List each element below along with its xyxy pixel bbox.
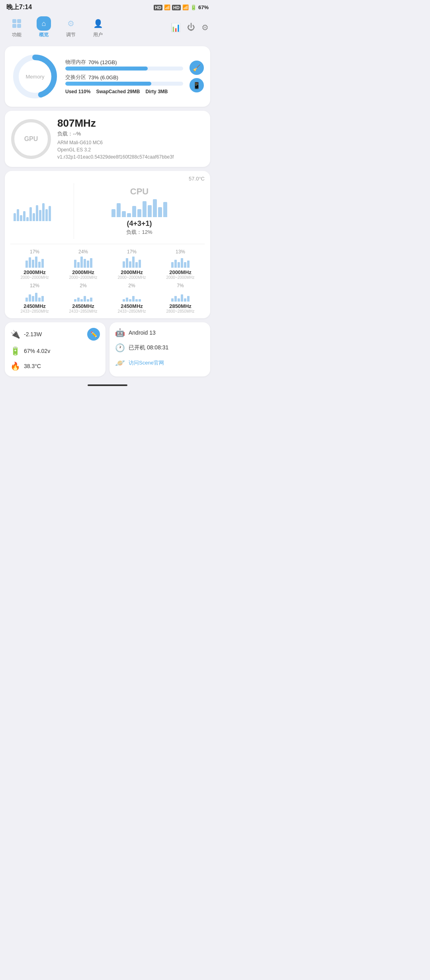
core-6-freq: 2450MHz [121, 303, 143, 309]
network-hd1-icon: HD [154, 5, 162, 10]
settings-icon[interactable]: ⚙ [201, 23, 209, 32]
swap-label: 交换分区 [65, 74, 86, 81]
clean-memory-button[interactable]: 🧹 [190, 61, 204, 75]
physical-bar-wrap [65, 67, 183, 71]
dirty-stat: Dirty 3MB [145, 89, 168, 94]
link-row[interactable]: 🪐 访问Scene官网 [115, 358, 205, 368]
cpu-bar-2 [117, 203, 121, 217]
core-0-pct: 17% [30, 249, 39, 255]
memory-info-button[interactable]: 📱 [190, 78, 204, 92]
gpu-card: GPU 807MHz 负载：--% ARM Mali-G610 MC6 Open… [5, 111, 210, 167]
cpu-bar-1 [111, 209, 115, 217]
cpu-bars-visual [111, 199, 167, 217]
core-1-pct: 24% [78, 249, 88, 255]
core-6-range: 2433~2850MHz [118, 309, 146, 314]
swapcached-stat: SwapCached 29MB [96, 89, 140, 94]
right-info-card: 🤖 Android 13 🕐 已开机 08:08:31 🪐 访问Scene官网 [109, 322, 210, 376]
swap-bar-wrap [65, 82, 183, 86]
gpu-api: OpenGL ES 3.2 [57, 146, 204, 153]
cpu-bar-6 [137, 209, 141, 217]
core-4: 12% 2450MHz 2433~2850MHz [12, 283, 57, 314]
memory-action-btns: 🧹 📱 [190, 61, 204, 92]
swap-value: 73% (6.0GB) [88, 74, 118, 80]
bottom-home-bar [0, 380, 215, 389]
core-7: 7% 2850MHz 2800~2850MHz [158, 283, 203, 314]
website-link[interactable]: 访问Scene官网 [129, 359, 164, 367]
core-5-bars [74, 290, 92, 302]
tab-overview-label: 概览 [39, 31, 49, 38]
core-4-bars [25, 290, 44, 302]
core-0-bars [25, 256, 44, 268]
nav-tabs: 功能 ⌂ 概览 ⚙ 调节 👤 用户 [3, 15, 111, 40]
tab-overview[interactable]: ⌂ 概览 [30, 15, 57, 40]
cards-container: Memory 物理内存 70% (12GB) 交换分区 73% (6.0GB) … [0, 43, 215, 380]
network-hd2-icon: HD [172, 5, 181, 10]
gpu-version: v1.r32p1-01eac0.54329dee8f160f288c574caa… [57, 153, 204, 161]
core-1-range: 2000~2000MHz [69, 275, 98, 280]
battery-percent: 67% [198, 4, 209, 10]
chart-icon[interactable]: 📊 [171, 23, 181, 32]
physical-value: 70% (12GB) [88, 59, 117, 65]
cpu-bar-11 [163, 202, 167, 217]
power-usage-icon: 🔌 [10, 329, 20, 339]
signal2-icon: 📶 [182, 4, 189, 10]
memory-info: 物理内存 70% (12GB) 交换分区 73% (6.0GB) Used 11… [65, 59, 183, 94]
temp-value: 38.3°C [24, 363, 41, 369]
swap-bar-fill [65, 82, 151, 86]
android-icon: 🤖 [115, 328, 125, 337]
home-indicator[interactable] [88, 384, 127, 386]
cpu-load: 负载：12% [126, 229, 152, 236]
core-0-range: 2000~2000MHz [21, 275, 49, 280]
core-3-range: 2000~2000MHz [166, 275, 195, 280]
power-row: 🔌 -2.13W ✏️ [10, 328, 100, 341]
status-time: 晚上7:14 [6, 3, 32, 12]
core-3-bars [171, 256, 190, 268]
bottom-row: 🔌 -2.13W ✏️ 🔋 67% 4.02v 🔥 38.3°C 🤖 Andro… [5, 322, 210, 376]
core-4-freq: 2450MHz [23, 303, 46, 309]
tab-tune[interactable]: ⚙ 调节 [57, 15, 84, 40]
status-icons: HD 📶 HD 📶 🔋 67% [154, 4, 209, 10]
core-5-pct: 2% [80, 283, 86, 288]
tab-tune-label: 调节 [66, 31, 76, 38]
home-icon: ⌂ [42, 20, 46, 28]
core-2-range: 2000~2000MHz [118, 275, 146, 280]
nav-bar: 功能 ⌂ 概览 ⚙ 调节 👤 用户 📊 ⏻ ⚙ [0, 13, 215, 43]
core-2-pct: 17% [127, 249, 137, 255]
tab-func-icon [10, 16, 24, 31]
cpu-cores-grid: 17% 2000MHz 2000~2000MHz 24% [10, 249, 205, 314]
tune-icon: ⚙ [67, 19, 74, 28]
memory-donut: Memory [11, 53, 59, 100]
gpu-load: 负载：--% [57, 130, 204, 137]
core-1-freq: 2000MHz [72, 269, 94, 275]
core-5-freq: 2450MHz [72, 303, 94, 309]
gpu-model: ARM Mali-G610 MC6 [57, 139, 204, 146]
core-7-freq: 2850MHz [169, 303, 192, 309]
nav-actions: 📊 ⏻ ⚙ [171, 23, 212, 32]
cpu-bar-4 [127, 213, 131, 217]
power-icon[interactable]: ⏻ [187, 23, 195, 32]
cpu-bar-9 [153, 199, 157, 217]
battery-status-icon: 🔋 [10, 346, 20, 356]
edit-power-button[interactable]: ✏️ [87, 328, 100, 341]
battery-icon: 🔋 [190, 4, 197, 10]
cpu-bar-7 [143, 201, 147, 217]
core-3-freq: 2000MHz [169, 269, 192, 275]
os-value: Android 13 [129, 329, 156, 336]
os-row: 🤖 Android 13 [115, 328, 205, 337]
status-bar: 晚上7:14 HD 📶 HD 📶 🔋 67% [0, 0, 215, 13]
gpu-label: GPU [24, 135, 38, 143]
tab-tune-icon-wrap: ⚙ [64, 16, 78, 31]
tab-func[interactable]: 功能 [3, 15, 30, 40]
memory-card: Memory 物理内存 70% (12GB) 交换分区 73% (6.0GB) … [5, 46, 210, 107]
tab-user[interactable]: 👤 用户 [84, 15, 111, 40]
cpu-config: (4+3+1) [127, 220, 152, 228]
cpu-title: CPU [130, 186, 149, 197]
cpu-divider [10, 244, 205, 244]
memory-stats: Used 110% SwapCached 29MB Dirty 3MB [65, 89, 183, 94]
power-value: -2.13W [24, 331, 42, 337]
func-icon [12, 19, 21, 28]
core-1-bars [74, 256, 92, 268]
physical-label: 物理内存 [65, 59, 86, 66]
left-info-card: 🔌 -2.13W ✏️ 🔋 67% 4.02v 🔥 38.3°C [5, 322, 106, 376]
signal1-icon: 📶 [164, 4, 170, 10]
